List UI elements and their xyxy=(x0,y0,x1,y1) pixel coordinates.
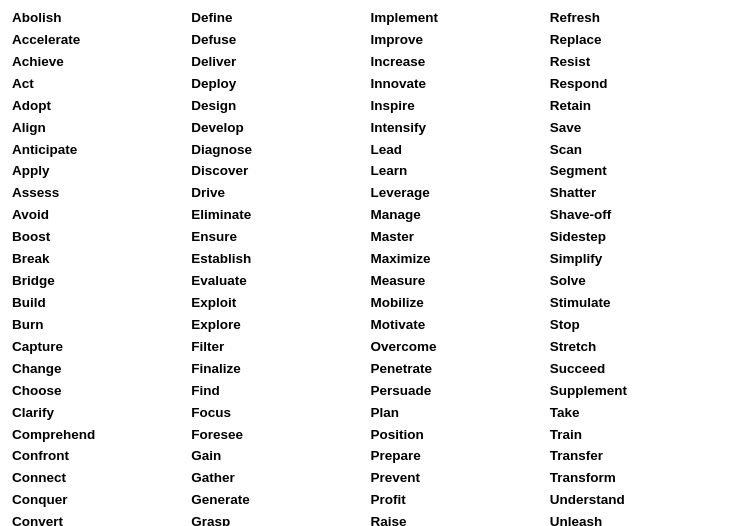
word-item: Shatter xyxy=(550,183,729,204)
word-item: Learn xyxy=(371,161,550,182)
word-item: Deploy xyxy=(191,74,370,95)
word-item: Penetrate xyxy=(371,359,550,380)
word-item: Retain xyxy=(550,96,729,117)
word-item: Profit xyxy=(371,490,550,511)
word-item: Choose xyxy=(12,381,191,402)
word-item: Raise xyxy=(371,512,550,526)
word-item: Plan xyxy=(371,403,550,424)
word-item: Refresh xyxy=(550,8,729,29)
word-item: Develop xyxy=(191,118,370,139)
word-item: Define xyxy=(191,8,370,29)
word-item: Avoid xyxy=(12,205,191,226)
word-item: Grasp xyxy=(191,512,370,526)
word-item: Gather xyxy=(191,468,370,489)
word-item: Implement xyxy=(371,8,550,29)
word-item: Adopt xyxy=(12,96,191,117)
column-1: AbolishAccelerateAchieveActAdoptAlignAnt… xyxy=(12,8,191,526)
word-item: Position xyxy=(371,425,550,446)
word-item: Segment xyxy=(550,161,729,182)
word-item: Intensify xyxy=(371,118,550,139)
word-item: Bridge xyxy=(12,271,191,292)
word-item: Diagnose xyxy=(191,140,370,161)
word-item: Succeed xyxy=(550,359,729,380)
word-item: Change xyxy=(12,359,191,380)
word-item: Break xyxy=(12,249,191,270)
word-item: Understand xyxy=(550,490,729,511)
word-item: Design xyxy=(191,96,370,117)
word-item: Prevent xyxy=(371,468,550,489)
word-item: Lead xyxy=(371,140,550,161)
word-item: Unleash xyxy=(550,512,729,526)
word-item: Conquer xyxy=(12,490,191,511)
word-item: Defuse xyxy=(191,30,370,51)
word-item: Mobilize xyxy=(371,293,550,314)
word-item: Stretch xyxy=(550,337,729,358)
word-item: Achieve xyxy=(12,52,191,73)
word-item: Motivate xyxy=(371,315,550,336)
word-item: Respond xyxy=(550,74,729,95)
word-item: Anticipate xyxy=(12,140,191,161)
word-item: Ensure xyxy=(191,227,370,248)
word-item: Explore xyxy=(191,315,370,336)
word-item: Discover xyxy=(191,161,370,182)
word-item: Simplify xyxy=(550,249,729,270)
word-item: Maximize xyxy=(371,249,550,270)
word-item: Evaluate xyxy=(191,271,370,292)
word-item: Eliminate xyxy=(191,205,370,226)
word-item: Save xyxy=(550,118,729,139)
word-item: Accelerate xyxy=(12,30,191,51)
word-item: Act xyxy=(12,74,191,95)
word-item: Generate xyxy=(191,490,370,511)
word-item: Take xyxy=(550,403,729,424)
word-item: Drive xyxy=(191,183,370,204)
word-item: Focus xyxy=(191,403,370,424)
word-item: Measure xyxy=(371,271,550,292)
column-2: DefineDefuseDeliverDeployDesignDevelopDi… xyxy=(191,8,370,526)
word-item: Connect xyxy=(12,468,191,489)
word-item: Manage xyxy=(371,205,550,226)
word-item: Filter xyxy=(191,337,370,358)
word-item: Sidestep xyxy=(550,227,729,248)
word-item: Inspire xyxy=(371,96,550,117)
word-item: Burn xyxy=(12,315,191,336)
word-grid: AbolishAccelerateAchieveActAdoptAlignAnt… xyxy=(12,8,729,526)
word-item: Clarify xyxy=(12,403,191,424)
word-item: Improve xyxy=(371,30,550,51)
word-item: Replace xyxy=(550,30,729,51)
word-item: Train xyxy=(550,425,729,446)
word-item: Foresee xyxy=(191,425,370,446)
word-item: Overcome xyxy=(371,337,550,358)
column-4: RefreshReplaceResistRespondRetainSaveSca… xyxy=(550,8,729,526)
word-item: Capture xyxy=(12,337,191,358)
word-item: Build xyxy=(12,293,191,314)
word-item: Scan xyxy=(550,140,729,161)
word-item: Establish xyxy=(191,249,370,270)
word-item: Prepare xyxy=(371,446,550,467)
word-item: Supplement xyxy=(550,381,729,402)
word-item: Apply xyxy=(12,161,191,182)
word-item: Align xyxy=(12,118,191,139)
word-item: Increase xyxy=(371,52,550,73)
word-item: Stop xyxy=(550,315,729,336)
word-item: Finalize xyxy=(191,359,370,380)
word-item: Deliver xyxy=(191,52,370,73)
column-3: ImplementImproveIncreaseInnovateInspireI… xyxy=(371,8,550,526)
word-item: Boost xyxy=(12,227,191,248)
word-item: Solve xyxy=(550,271,729,292)
word-item: Shave-off xyxy=(550,205,729,226)
word-item: Innovate xyxy=(371,74,550,95)
word-item: Transform xyxy=(550,468,729,489)
word-item: Transfer xyxy=(550,446,729,467)
word-item: Find xyxy=(191,381,370,402)
word-item: Resist xyxy=(550,52,729,73)
word-item: Confront xyxy=(12,446,191,467)
word-item: Persuade xyxy=(371,381,550,402)
word-item: Master xyxy=(371,227,550,248)
word-item: Leverage xyxy=(371,183,550,204)
word-item: Gain xyxy=(191,446,370,467)
word-item: Convert xyxy=(12,512,191,526)
word-item: Assess xyxy=(12,183,191,204)
word-item: Exploit xyxy=(191,293,370,314)
word-item: Comprehend xyxy=(12,425,191,446)
word-item: Stimulate xyxy=(550,293,729,314)
